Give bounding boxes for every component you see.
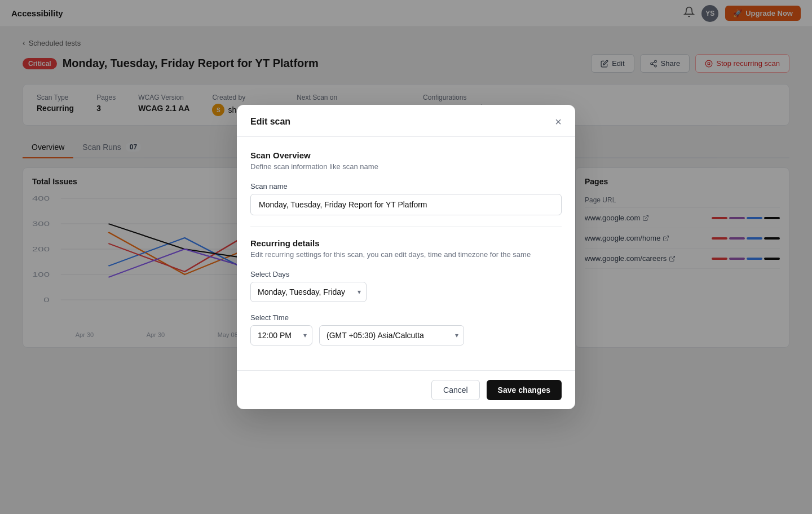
time-select[interactable]: 12:00 PM 1:00 PM 6:00 PM: [250, 325, 312, 345]
timezone-select[interactable]: (GMT +05:30) Asia/Calcutta (GMT +00:00) …: [319, 325, 464, 345]
scan-name-group: Scan name: [250, 182, 562, 215]
select-time-label: Select Time: [250, 313, 562, 322]
days-select[interactable]: Monday, Tuesday, Friday Monday Tuesday W…: [250, 282, 367, 302]
divider: [250, 227, 562, 227]
recurring-heading: Recurring details: [250, 238, 562, 248]
modal-close-button[interactable]: ×: [555, 116, 562, 127]
select-days-label: Select Days: [250, 270, 562, 278]
scan-name-label: Scan name: [250, 182, 562, 190]
time-select-wrapper: 12:00 PM 1:00 PM 6:00 PM ▾: [250, 325, 312, 345]
scan-overview-heading: Scan Overview: [250, 150, 562, 160]
modal-body: Scan Overview Define scan information li…: [237, 137, 575, 359]
modal-header: Edit scan ×: [237, 105, 575, 137]
modal-title: Edit scan: [250, 117, 290, 127]
scan-overview-sub: Define scan information like scan name: [250, 162, 562, 171]
select-days-group: Select Days Monday, Tuesday, Friday Mond…: [250, 270, 562, 302]
select-time-group: Select Time 12:00 PM 1:00 PM 6:00 PM ▾ (…: [250, 313, 562, 345]
modal-overlay[interactable]: Edit scan × Scan Overview Define scan in…: [0, 0, 812, 359]
recurring-sub: Edit recurring settings for this scan, y…: [250, 250, 562, 259]
timezone-select-wrapper: (GMT +05:30) Asia/Calcutta (GMT +00:00) …: [319, 325, 464, 345]
scan-name-input[interactable]: [250, 194, 562, 215]
time-row: 12:00 PM 1:00 PM 6:00 PM ▾ (GMT +05:30) …: [250, 325, 562, 345]
edit-scan-modal: Edit scan × Scan Overview Define scan in…: [237, 105, 575, 359]
days-select-wrapper: Monday, Tuesday, Friday Monday Tuesday W…: [250, 282, 367, 302]
